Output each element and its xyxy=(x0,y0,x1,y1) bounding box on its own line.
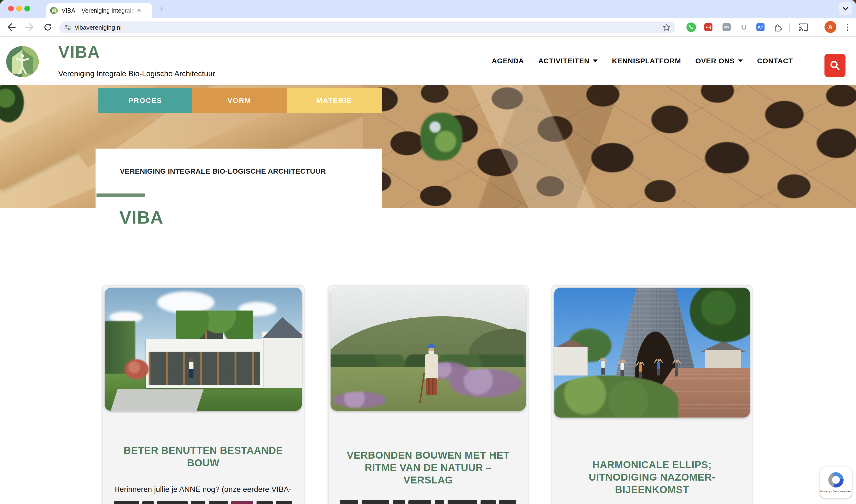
translate-extension-icon[interactable]: A? xyxy=(755,22,766,33)
clipped-word xyxy=(499,500,516,504)
viba-logo[interactable] xyxy=(5,46,40,78)
site-subtitle: Vereniging Integrale Bio-Logische Archit… xyxy=(58,69,215,78)
clipped-word xyxy=(191,501,206,504)
nav-item-contact[interactable]: CONTACT xyxy=(757,57,793,65)
nav-item-agenda[interactable]: AGENDA xyxy=(492,57,524,65)
clipped-word xyxy=(448,500,477,504)
forward-arrow-icon xyxy=(25,23,34,31)
cloud xyxy=(157,291,214,313)
profile-avatar[interactable]: A xyxy=(824,21,836,33)
post-card[interactable]: VERBONDEN BOUWEN MET HET RITME VAN DE NA… xyxy=(328,285,528,504)
chevron-down-icon xyxy=(843,7,849,11)
browser-toolbar: vibavereniging.nl •••| </> U A? A xyxy=(0,18,856,37)
person-raised-arms xyxy=(675,360,679,376)
clipped-word xyxy=(157,501,188,504)
search-button[interactable] xyxy=(824,54,845,77)
heather-patch xyxy=(334,392,386,408)
glass-wall xyxy=(148,352,260,385)
man-in-kilt xyxy=(424,344,439,411)
clipped-text-strip xyxy=(340,500,516,504)
person-raised-arms xyxy=(638,362,642,378)
nav-item-activiteiten[interactable]: ACTIVITEITEN xyxy=(538,57,598,65)
person-raised-arms xyxy=(620,360,624,376)
legs xyxy=(675,370,678,376)
tab-close-icon[interactable]: × xyxy=(137,7,141,14)
head xyxy=(621,360,624,363)
post-image-house[interactable] xyxy=(105,288,302,411)
browser-tab[interactable]: VIBA – Vereniging Integrale B × xyxy=(46,3,153,18)
clipped-link-word xyxy=(231,501,253,504)
post-image-hiker[interactable] xyxy=(331,288,526,411)
post-title[interactable]: BETER BENUTTEN BESTAANDE BOUW xyxy=(115,444,291,469)
torso xyxy=(601,361,605,368)
dot xyxy=(847,26,848,28)
person-raised-arms xyxy=(601,358,605,375)
nav-item-kennisplatform[interactable]: KENNISPLATFORM xyxy=(612,57,681,65)
recaptcha-icon xyxy=(828,472,843,487)
house xyxy=(146,339,263,388)
torso xyxy=(675,363,678,370)
forward-button[interactable] xyxy=(24,21,35,33)
tab-title: VIBA – Vereniging Integrale B xyxy=(61,7,136,14)
head xyxy=(658,359,660,362)
legs xyxy=(657,369,660,376)
tab-search-button[interactable] xyxy=(839,2,852,15)
minimize-window-button[interactable] xyxy=(16,6,22,12)
cast-icon xyxy=(799,23,808,31)
hero-image: PROCES VORM MATERIE VERENIGING INTEGRALE… xyxy=(0,85,856,208)
search-icon xyxy=(830,60,840,71)
whatsapp-extension-icon[interactable] xyxy=(686,22,696,33)
shirt xyxy=(425,354,438,379)
clipped-text-strip xyxy=(114,501,292,504)
clipped-word xyxy=(435,500,444,504)
head xyxy=(602,358,605,361)
patio xyxy=(111,389,204,411)
clipped-word xyxy=(256,501,273,504)
dot xyxy=(847,24,848,25)
maximize-window-button[interactable] xyxy=(24,6,30,12)
reload-button[interactable] xyxy=(42,21,54,33)
tab-proces[interactable]: PROCES xyxy=(99,88,192,113)
browser-menu-button[interactable] xyxy=(843,21,851,33)
site-favicon xyxy=(50,7,58,14)
tartan-kilt xyxy=(426,378,437,395)
tab-vorm[interactable]: VORM xyxy=(192,88,287,113)
clipped-word xyxy=(209,501,228,504)
legs xyxy=(639,372,642,378)
bookmark-star-icon[interactable] xyxy=(662,23,671,32)
post-image-tower[interactable] xyxy=(554,288,750,417)
post-card[interactable]: HARMONICALE ELLIPS; UITNODIGING NAZOMER-… xyxy=(552,285,752,504)
torso xyxy=(657,362,660,369)
browser-tab-strip: VIBA – Vereniging Integrale B × + xyxy=(0,0,856,18)
post-title[interactable]: HARMONICALE ELLIPS; UITNODIGING NAZOMER-… xyxy=(565,458,739,496)
site-title[interactable]: VIBA xyxy=(58,42,100,61)
cast-button[interactable] xyxy=(798,22,809,33)
foliage xyxy=(421,113,462,161)
chevron-down-icon xyxy=(738,59,743,62)
site-settings-icon[interactable] xyxy=(64,24,71,31)
house-annex xyxy=(262,331,302,388)
puzzle-icon xyxy=(774,23,782,32)
browser-window: VIBA – Vereniging Integrale B × + vibave… xyxy=(0,0,856,504)
red-tree xyxy=(125,359,148,379)
u-extension-icon[interactable]: U xyxy=(738,22,749,33)
password-manager-extension-icon[interactable]: •••| xyxy=(703,22,714,33)
page-title: VIBA xyxy=(120,207,164,228)
extensions-puzzle-icon[interactable] xyxy=(773,22,783,33)
url-bar[interactable]: vibavereniging.nl xyxy=(59,21,675,33)
post-title[interactable]: VERBONDEN BOUWEN MET HET RITME VAN DE NA… xyxy=(341,449,515,486)
back-button[interactable] xyxy=(6,21,17,33)
nav-item-over-ons[interactable]: OVER ONS xyxy=(695,57,743,65)
close-window-button[interactable] xyxy=(8,6,14,12)
new-tab-button[interactable]: + xyxy=(160,5,164,13)
head xyxy=(639,362,642,364)
back-arrow-icon xyxy=(7,23,16,31)
phone-icon xyxy=(686,22,696,32)
recaptcha-badge[interactable]: Privacy - Voorwaarden xyxy=(820,467,852,498)
torso xyxy=(639,364,642,372)
tab-materie[interactable]: MATERIE xyxy=(287,88,382,113)
url-text[interactable]: vibavereniging.nl xyxy=(75,24,662,31)
category-tabs: PROCES VORM MATERIE xyxy=(99,88,382,113)
post-card[interactable]: BETER BENUTTEN BESTAANDE BOUW Herinneren… xyxy=(102,285,304,504)
code-extension-icon[interactable]: </> xyxy=(721,22,732,33)
